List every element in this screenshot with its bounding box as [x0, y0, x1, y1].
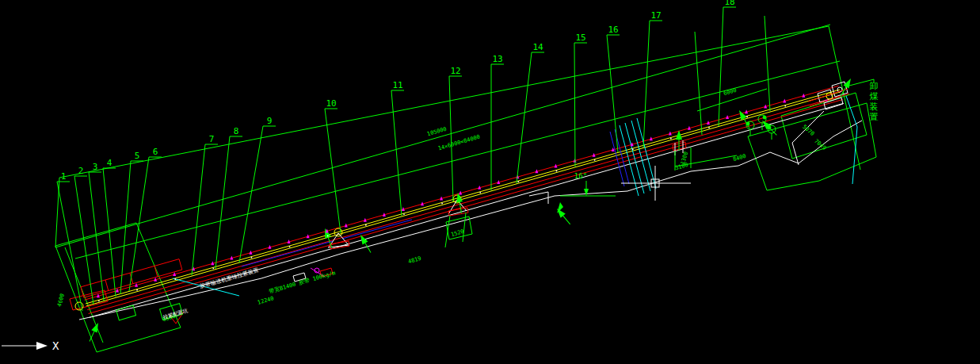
idler-dot [556, 171, 558, 172]
callout-label: 10 [326, 98, 336, 109]
callout-leader [719, 7, 723, 126]
conveyor-belt [85, 86, 844, 317]
arrow-tail [365, 243, 371, 252]
callout-leader [643, 21, 650, 148]
callout-leader [192, 144, 205, 275]
callout-label: 2 [78, 166, 84, 176]
callout-label: 3 [93, 162, 98, 172]
angle-arrowhead [584, 189, 589, 196]
callout-leader [574, 43, 575, 167]
head-station [792, 79, 874, 184]
callout-leader [391, 90, 402, 216]
callout-label: 12 [450, 66, 460, 76]
callout-leader [239, 126, 263, 262]
dimension-text: 4819 [407, 255, 421, 265]
idler-dot [708, 127, 710, 128]
annotation-text: 胶带输送机重锤拉紧装置 [199, 267, 259, 290]
ext-line [463, 213, 466, 242]
arrow-tail [563, 216, 570, 224]
callout-label: 9 [267, 116, 273, 126]
dimension-text: 3100 [674, 162, 688, 171]
callout-leader [607, 35, 618, 152]
callout-label: 4 [107, 158, 112, 168]
callout-leader [103, 168, 116, 297]
callout-leader [89, 172, 104, 301]
belt-edge-red-top [85, 86, 839, 300]
idler-dot [98, 300, 100, 301]
arrowhead [322, 228, 331, 239]
callout-label: 14 [532, 42, 543, 52]
dimension-text: 6000 [723, 87, 737, 97]
leader-arrow [676, 130, 682, 151]
head-yard-outline-2 [748, 103, 876, 190]
callout-leader [449, 76, 453, 201]
idler-dot [479, 192, 481, 193]
idler-dot [632, 148, 634, 150]
callout-label: 15 [575, 33, 585, 43]
callout-label: 1 [61, 171, 67, 182]
dimension-text: 4600 [56, 293, 66, 307]
idler-dot [594, 159, 596, 161]
cad-canvas[interactable]: 16° 123456789101112131415161718 [0, 0, 980, 364]
leader-arrow [760, 118, 779, 137]
ucs-arrowhead [36, 342, 48, 350]
idler-dot [327, 235, 329, 236]
site-boundary [55, 25, 876, 352]
belt-yellow-1 [86, 90, 840, 304]
callout-label: 13 [492, 54, 502, 64]
idler-dot [136, 289, 138, 291]
idler-dot [746, 116, 748, 117]
leader-arrow [737, 109, 753, 130]
idler-dot [289, 246, 291, 247]
idler-dot [784, 105, 786, 107]
callout-label: 16 [608, 25, 618, 35]
dimension-text: 8400 [732, 153, 746, 163]
idler-dot [212, 267, 214, 269]
dimension-text: 14×6000=84000 [437, 134, 481, 152]
idler-dot [403, 213, 405, 215]
callout-leader [215, 136, 230, 269]
ucs-x-label: X [52, 339, 59, 352]
boundary-left [55, 178, 59, 247]
callout-label: 18 [724, 0, 734, 7]
head-vertical-label: 卸煤装置 [870, 81, 879, 122]
head-red-line [810, 94, 849, 106]
arrowhead [91, 321, 101, 332]
ucs-icon [2, 342, 48, 350]
idler-dot [670, 138, 672, 140]
angle-label: 16° [574, 172, 587, 180]
leader-arrows [86, 77, 853, 343]
annotation-layer: 胶带输送机重锤拉紧装置带宽B1400 胶带 100kg/m拉紧配重坑 [162, 267, 337, 321]
callout-leader [325, 109, 341, 233]
idler-dot [441, 203, 443, 205]
belt-edge-red-bot [89, 100, 843, 314]
dimension-text: 12240 [257, 295, 274, 306]
idler-dot [174, 278, 176, 280]
tree-icon [746, 121, 754, 136]
dimension-text: 5070 [801, 124, 815, 137]
callout-label: 6 [153, 147, 158, 157]
callout-label: 8 [234, 126, 239, 136]
leader-arrow [555, 206, 573, 226]
cable-blue-1 [242, 241, 333, 266]
callout-leader [517, 52, 532, 183]
callout-label: 11 [392, 80, 402, 90]
callout-label: 17 [650, 10, 661, 21]
idler-dot [251, 257, 253, 259]
belt-edge-red-mid [87, 96, 841, 310]
tail-frame-div [105, 280, 109, 291]
callout-label: 5 [135, 151, 140, 161]
idler-dot [517, 181, 519, 182]
callout-label: 7 [209, 134, 215, 144]
idler-dot [365, 224, 367, 226]
